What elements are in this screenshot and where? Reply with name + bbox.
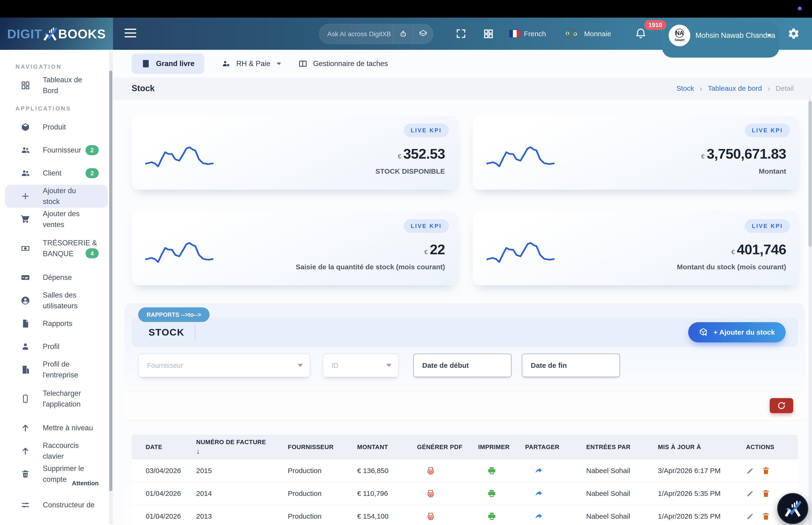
- expand-chevron-icon[interactable]: [798, 467, 798, 475]
- live-kpi-badge: LIVE KPI: [404, 124, 449, 137]
- refresh-button[interactable]: [770, 398, 793, 413]
- sidebar-scrollbar-thumb[interactable]: [109, 71, 112, 491]
- date-start-input[interactable]: Date de début: [413, 354, 511, 377]
- sidebar-item-client[interactable]: Client 2: [0, 162, 113, 185]
- france-flag-icon[interactable]: [509, 30, 520, 38]
- sparkline-chart: [145, 232, 216, 269]
- main-scrollbar-thumb[interactable]: [809, 101, 812, 247]
- package-diamond-icon[interactable]: [413, 24, 433, 44]
- digitxbooks-logo: DIGIT BOOKS: [7, 27, 106, 41]
- sidebar-item-constructeur[interactable]: Constructeur de: [0, 494, 113, 516]
- generate-pdf-icon[interactable]: [426, 466, 435, 476]
- sidebar-section-navigation: NAVIGATION: [16, 63, 113, 70]
- kpi-card-saisie-quantite: LIVE KPI €22 Saisie de la quantité de st…: [132, 211, 458, 285]
- refresh-icon: [777, 401, 786, 410]
- tab-rh-paie[interactable]: RH & Paie: [222, 59, 281, 68]
- fournisseur-filter-select[interactable]: Fournisseur: [138, 354, 310, 377]
- robot-icon[interactable]: [393, 24, 413, 44]
- hr-people-gear-icon: [222, 59, 231, 68]
- breadcrumb-stock[interactable]: Stock: [676, 84, 694, 92]
- sidebar-item-raccourcis-clavier[interactable]: Raccourcis clavier: [0, 439, 113, 463]
- row-actions: [746, 466, 798, 475]
- kpi-label: Montant du stock (mois courant): [677, 263, 786, 271]
- main-panel: LIVE KPI €352.53 STOCK DISPONIBLE LIVE K…: [113, 100, 812, 525]
- delete-trash-icon[interactable]: [762, 512, 770, 521]
- report-file-icon: [21, 319, 30, 328]
- fullscreen-icon[interactable]: [455, 28, 466, 39]
- sidebar-item-profil-entreprise[interactable]: Profil de l'entreprise: [0, 358, 113, 381]
- cell-date: 01/04/2026: [146, 490, 196, 497]
- sidebar-item-telecharger-application[interactable]: Telecharger l'application: [0, 381, 113, 417]
- money-check-icon: [21, 273, 30, 282]
- sidebar-item-produit[interactable]: Produit: [0, 116, 113, 139]
- sidebar-item-fournisseur[interactable]: Fournisseur 2: [0, 139, 113, 162]
- currency-symbol: €: [398, 153, 401, 160]
- sidebar-item-ajouter-des-ventes[interactable]: Ajouter des ventes: [0, 208, 113, 231]
- share-icon[interactable]: [534, 489, 543, 498]
- col-date: DATE: [146, 443, 196, 451]
- delete-trash-icon[interactable]: [762, 489, 770, 498]
- date-end-input[interactable]: Date de fin: [522, 354, 620, 377]
- bell-icon[interactable]: [634, 27, 647, 40]
- currency-symbol: €: [424, 249, 428, 256]
- cell-invoice: 2014: [196, 490, 288, 497]
- cell-amount: € 154,100: [357, 512, 417, 520]
- currency-selector[interactable]: Monnaie: [584, 18, 611, 50]
- sort-desc-icon[interactable]: ↓: [196, 447, 285, 456]
- cell-date: 03/04/2026: [146, 467, 196, 475]
- breadcrumb-tableaux[interactable]: Tableaux de bord: [708, 84, 762, 92]
- page-title: Stock: [132, 84, 155, 93]
- kpi-card-stock-disponible: LIVE KPI €352.53 STOCK DISPONIBLE: [132, 116, 458, 190]
- user-menu[interactable]: NASmart Mohsin Nawab Chandna: [662, 22, 779, 58]
- attention-note: Attention: [72, 480, 99, 487]
- caret-down-icon: [386, 364, 392, 367]
- tab-gestionnaire-de-taches[interactable]: Gestionnaire de taches: [298, 59, 388, 68]
- edit-pencil-icon[interactable]: [746, 512, 754, 521]
- sidebar-item-depense[interactable]: Dépense: [0, 266, 113, 289]
- select-placeholder: Fournisseur: [147, 362, 183, 370]
- section-title: STOCK: [149, 327, 184, 338]
- generate-pdf-icon[interactable]: [426, 512, 435, 521]
- sidebar-item-mettre-a-niveau[interactable]: Mettre à niveau: [0, 417, 113, 439]
- ai-search-input[interactable]: [319, 30, 393, 38]
- add-stock-button[interactable]: + Ajouter du stock: [688, 322, 786, 342]
- sidebar-item-tresorerie-banque[interactable]: TRÉSORERIE & BANQUE 4: [0, 231, 113, 266]
- delete-trash-icon[interactable]: [762, 466, 770, 475]
- id-filter-select[interactable]: ID: [323, 354, 399, 377]
- kpi-value: 3,750,671.83: [707, 146, 786, 162]
- share-icon[interactable]: [534, 512, 543, 521]
- col-pdf: GÉNÉRER PDF: [417, 443, 478, 451]
- print-icon[interactable]: [487, 489, 496, 498]
- sidebar-item-supprimer-le-compte[interactable]: Supprimer le compte Attention: [0, 463, 113, 485]
- currency-exchange-icon[interactable]: $ €: [564, 26, 579, 41]
- stock-reports-section: RAPPORTS -->to--> STOCK + Ajouter du sto…: [124, 303, 805, 525]
- ledger-book-icon: [141, 59, 150, 68]
- digitxbooks-app: DIGIT BOOKS: [0, 0, 812, 525]
- sidebar-item-profil[interactable]: Profil: [0, 335, 113, 358]
- stock-table: DATE NUMÉRO DE FACTURE↓ FOURNISSEUR MONT…: [132, 435, 798, 525]
- edit-pencil-icon[interactable]: [746, 466, 754, 475]
- sidebar-item-salles-des-utilisateurs[interactable]: Salles des utilisateurs: [0, 289, 113, 312]
- cell-invoice: 2015: [196, 467, 288, 475]
- sidebar-item-ajouter-du-stock[interactable]: Ajouter du stock: [5, 185, 108, 208]
- language-selector[interactable]: French: [524, 18, 546, 50]
- gear-icon[interactable]: [787, 28, 800, 40]
- share-icon[interactable]: [534, 466, 543, 476]
- breadcrumb-detail: Detail: [776, 84, 794, 92]
- logo-box[interactable]: DIGIT BOOKS: [0, 18, 113, 50]
- brand-floating-button[interactable]: [777, 493, 808, 524]
- currency-symbol: €: [701, 153, 705, 160]
- kpi-label: Montant: [759, 167, 786, 175]
- cell-updated-at: 1/Apr/2026 5:35 PM: [658, 490, 746, 497]
- tab-grand-livre[interactable]: Grand livre: [132, 54, 204, 74]
- add-stock-button-label: + Ajouter du stock: [714, 328, 775, 336]
- sidebar-item-rapports[interactable]: Rapports: [0, 312, 113, 335]
- banknote-icon: [21, 244, 30, 253]
- hamburger-menu-icon[interactable]: [124, 29, 136, 38]
- sidebar-item-tableaux-de-bord[interactable]: Tableaux de Bord: [0, 74, 113, 97]
- edit-pencil-icon[interactable]: [746, 489, 754, 498]
- print-icon[interactable]: [487, 466, 496, 476]
- print-icon[interactable]: [487, 512, 496, 521]
- apps-grid-icon[interactable]: [483, 28, 494, 39]
- generate-pdf-icon[interactable]: [426, 489, 435, 498]
